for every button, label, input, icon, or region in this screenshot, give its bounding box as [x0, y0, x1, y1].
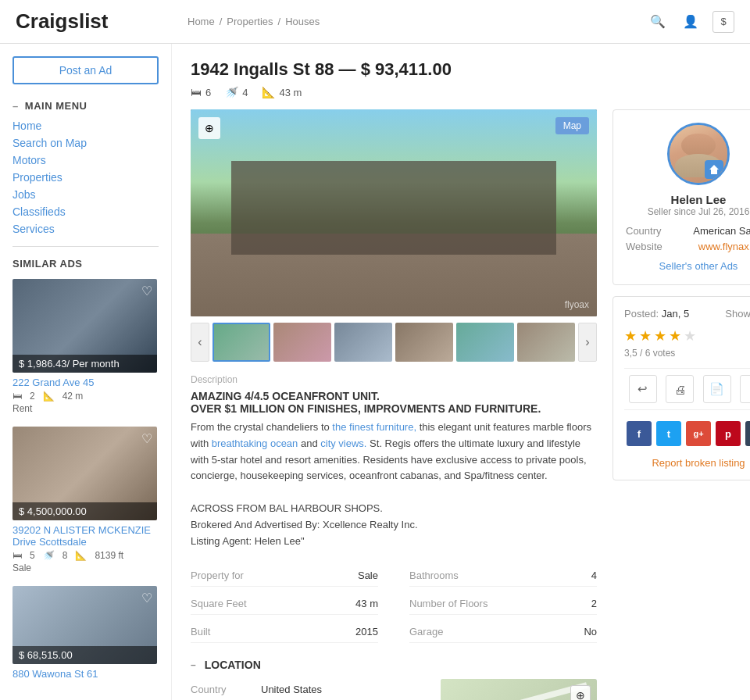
twitter-share-button[interactable]: t [656, 421, 681, 446]
baths-meta: 🚿 4 [225, 86, 248, 98]
description-section: Description AMAZING 4/4.5 OCEANFRONT UNI… [191, 374, 597, 549]
listing-meta: 🛏 6 🚿 4 📐 43 m [191, 86, 750, 98]
facebook-share-button[interactable]: f [627, 421, 652, 446]
similar-ad-2-favorite[interactable]: ♡ [141, 431, 152, 446]
sidebar-nav: Home Search on Map Motors Properties Job… [12, 120, 159, 235]
bath-icon: 🚿 [43, 550, 55, 561]
posted-info: Posted: Jan, 5 [624, 308, 689, 320]
header-icons: 🔍 👤 $ [647, 11, 734, 33]
detail-bathrooms: Bathrooms 4 [409, 565, 597, 587]
star-3: ★ [654, 327, 666, 345]
layout: Post an Ad – MAIN MENU Home Search on Ma… [0, 44, 750, 700]
reply-icon-button[interactable]: ↩ [629, 375, 657, 403]
stats-card: Posted: Jan, 5 Shows: 38 ★ ★ ★ ★ ★ [612, 296, 750, 480]
thumbnail-row: ‹ [191, 323, 597, 362]
thumb-prev[interactable]: ‹ [191, 323, 209, 362]
similar-ads-title: SIMILAR ADS [12, 258, 159, 270]
thumb-4[interactable] [395, 323, 453, 362]
location-fields: Country United States State/Re... Califo… [191, 679, 425, 700]
sidebar-item-properties[interactable]: Properties [12, 171, 159, 184]
description-body: From the crystal chandeliers to the fine… [191, 420, 597, 549]
sidebar-item-jobs[interactable]: Jobs [12, 188, 159, 201]
sidebar-item-services[interactable]: Services [12, 223, 159, 235]
seller-country-label: Country [626, 225, 662, 237]
search-icon[interactable]: 🔍 [647, 11, 669, 33]
similar-ad-3-title[interactable]: 880 Wawona St 61 [12, 668, 159, 680]
seller-country-value: American Samoa [693, 225, 750, 237]
detail-floors: Number of Floors 2 [409, 593, 597, 615]
breadcrumb-properties[interactable]: Properties [227, 16, 273, 27]
pdf-icon-button[interactable]: 📄 [703, 375, 731, 403]
similar-ad-1-favorite[interactable]: ♡ [141, 284, 152, 298]
similar-ad-2-title[interactable]: 39202 N ALISTER MCKENZIE Drive Scottsdal… [12, 524, 159, 548]
thumb-next[interactable]: › [578, 323, 597, 362]
sidebar-item-home[interactable]: Home [12, 120, 159, 132]
area-icon: 📐 [43, 391, 55, 402]
sidebar-item-map[interactable]: Search on Map [12, 137, 159, 149]
seller-other-ads-link[interactable]: Seller's other Ads [626, 260, 750, 272]
listing-body: ⊕ Map flyoax ‹ [191, 109, 750, 700]
user-icon[interactable]: 👤 [680, 11, 702, 33]
post-ad-button[interactable]: Post an Ad [12, 56, 159, 84]
thumb-3[interactable] [334, 323, 392, 362]
sidebar-item-classifieds[interactable]: Classifieds [12, 205, 159, 218]
map-zoom-button[interactable]: ⊕ [570, 685, 591, 700]
seller-avatar-house-icon [705, 160, 723, 179]
map-preview: ⊕ [441, 679, 597, 700]
svg-marker-0 [709, 165, 719, 174]
rating-text: 3,5 / 6 votes [624, 348, 750, 359]
main-content: 1942 Ingalls St 88 — $ 93,411.00 🛏 6 🚿 4… [172, 44, 750, 700]
beds-icon: 🛏 [191, 86, 202, 98]
area-meta: 📐 43 m [262, 86, 302, 98]
similar-ad-3-favorite[interactable]: ♡ [141, 591, 152, 605]
similar-ad-3: $ 68,515.00 ♡ 880 Wawona St 61 [12, 586, 159, 680]
similar-ad-2-type: Sale [12, 562, 159, 573]
location-section: – LOCATION Country United States State/R… [191, 659, 597, 700]
seller-avatar [667, 123, 730, 185]
breadcrumb-current: Houses [285, 16, 320, 27]
listing-title: 1942 Ingalls St 88 — $ 93,411.00 [191, 59, 750, 80]
thumb-2[interactable] [273, 323, 331, 362]
baths-icon: 🚿 [225, 86, 238, 98]
thumb-6[interactable] [517, 323, 575, 362]
similar-ad-1-title[interactable]: 222 Grand Ave 45 [12, 377, 159, 388]
print-icon-button[interactable]: 🖨 [666, 375, 694, 403]
similar-ad-3-price: $ 68,515.00 [12, 646, 157, 664]
seller-since: Seller since Jul 26, 2016 [626, 206, 750, 217]
rating-stars: ★ ★ ★ ★ ★ [624, 327, 750, 345]
similar-ad-2: $ 4,500,000.00 ♡ 39202 N ALISTER MCKENZI… [12, 427, 159, 573]
area-icon-2: 📐 [75, 550, 87, 561]
seller-website-value[interactable]: www.flynax.com [698, 241, 750, 252]
location-title: – LOCATION [191, 659, 597, 671]
similar-ad-2-image: $ 4,500,000.00 ♡ [12, 427, 157, 520]
social-share: f t g+ p t [624, 421, 750, 446]
detail-property-for: Property for Sale [191, 565, 378, 587]
header: Craigslist Home / Properties / Houses 🔍 … [0, 0, 750, 44]
seller-card: Helen Lee Seller since Jul 26, 2016 Coun… [612, 109, 750, 285]
seller-country-row: Country American Samoa [626, 225, 750, 237]
sidebar-item-motors[interactable]: Motors [12, 154, 159, 166]
tumblr-share-button[interactable]: t [745, 421, 750, 446]
star-2: ★ [639, 327, 652, 345]
detail-garage: Garage No [409, 621, 597, 643]
googleplus-share-button[interactable]: g+ [686, 421, 711, 446]
zoom-button[interactable]: ⊕ [198, 117, 220, 139]
thumb-5[interactable] [456, 323, 514, 362]
breadcrumb-home[interactable]: Home [188, 16, 215, 27]
similar-ad-2-meta: 🛏 5 🚿 8 📐 8139 ft [12, 550, 159, 561]
location-collapse-icon: – [191, 659, 196, 670]
seller-website-row: Website www.flynax.com [626, 241, 750, 252]
map-button[interactable]: Map [555, 117, 589, 134]
main-image: ⊕ Map flyoax [191, 109, 597, 316]
listing-right: Helen Lee Seller since Jul 26, 2016 Coun… [612, 109, 750, 700]
dollar-icon[interactable]: $ [712, 11, 734, 33]
bed-icon-2: 🛏 [12, 550, 22, 561]
shows-info: Shows: 38 [725, 308, 750, 320]
pinterest-share-button[interactable]: p [716, 421, 741, 446]
area-icon-main: 📐 [262, 86, 275, 98]
description-label: Description [191, 374, 597, 385]
thumb-1[interactable] [212, 323, 270, 362]
qr-icon-button[interactable]: ⊞ [740, 375, 750, 403]
similar-ad-1-price: $ 1,986.43/ Per month [12, 355, 157, 373]
report-link[interactable]: Report broken listing [624, 457, 750, 469]
